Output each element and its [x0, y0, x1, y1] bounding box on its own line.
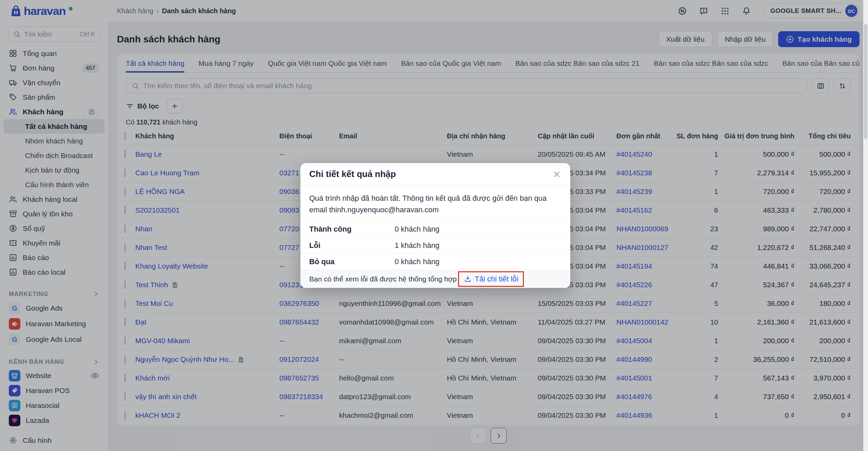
download-error-details-link[interactable]: Tải chi tiết lỗi — [464, 275, 518, 283]
import-stat-row: Lỗi 1 khách hàng — [300, 237, 570, 254]
stat-value: 0 khách hàng — [395, 257, 439, 266]
error-hint-text: Bạn có thể xem lỗi đã được hệ thống tổng… — [309, 275, 457, 283]
stat-label: Lỗi — [309, 241, 395, 250]
annotation-highlight-box: Tải chi tiết lỗi — [458, 271, 524, 287]
stat-value: 1 khách hàng — [395, 241, 439, 250]
scrollbar-thumb[interactable] — [864, 24, 867, 139]
page-scrollbar[interactable] — [863, 0, 868, 451]
stat-label: Bỏ qua — [309, 257, 395, 266]
import-stat-row: Bỏ qua 0 khách hàng — [300, 254, 570, 270]
stat-label: Thành công — [309, 225, 395, 234]
import-result-message: Quá trình nhập đã hoàn tất. Thông tin kế… — [309, 193, 557, 216]
download-icon — [464, 275, 472, 283]
close-icon[interactable] — [552, 170, 561, 179]
modal-title: Chi tiết kết quả nhập — [309, 169, 396, 179]
import-stat-row: Thành công 0 khách hàng — [300, 221, 570, 237]
import-result-modal: Chi tiết kết quả nhập Quá trình nhập đã … — [300, 163, 570, 288]
stat-value: 0 khách hàng — [395, 225, 439, 234]
